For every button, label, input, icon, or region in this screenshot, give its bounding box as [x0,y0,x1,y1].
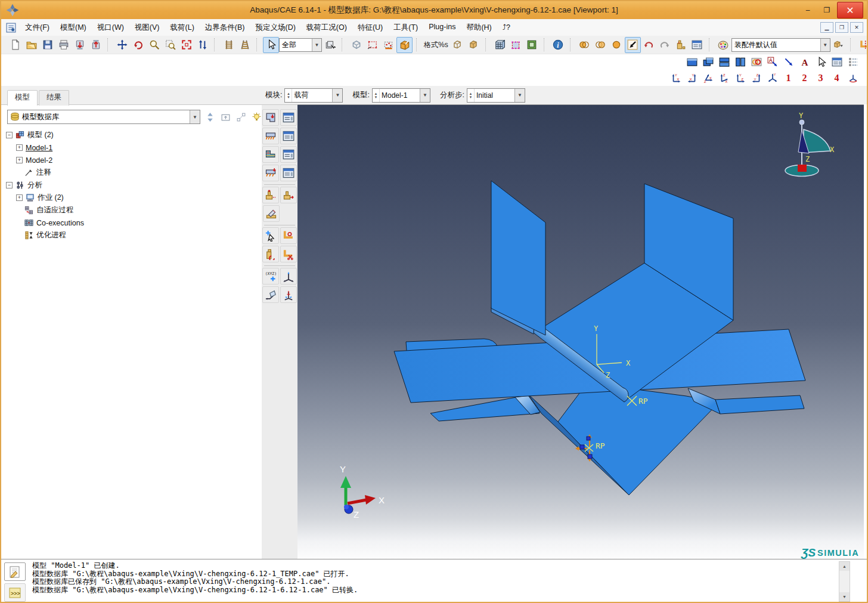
toolbar-combo[interactable]: 装配件默认值▼ [731,38,830,52]
sel-cursor-icon[interactable] [262,227,279,244]
chevron-down-icon[interactable]: ▼ [420,89,430,102]
spinner-icon[interactable]: ▲▼ [285,89,292,102]
spinner-icon[interactable]: ▲▼ [373,89,380,102]
spinner-icon[interactable]: ▲▼ [467,89,475,102]
mesh-seed-icon[interactable] [508,37,524,53]
message-scrollbar[interactable]: ▲ ▼ [839,561,850,602]
data-table-icon[interactable] [689,37,705,53]
part-tools-icon[interactable] [262,246,279,262]
menu-预定义场D[interactable]: 预定义场(D) [250,23,300,33]
view-2-button[interactable]: 2 [796,70,813,86]
zoom-updown-icon[interactable] [194,37,210,53]
cursor-plain-icon[interactable] [813,54,829,70]
circle-union-icon[interactable] [576,37,593,53]
amp-edit-icon[interactable] [280,187,297,203]
tree-spinner[interactable] [204,111,216,123]
view-iso-icon[interactable]: Y [764,70,780,86]
collapse-folder-icon[interactable] [219,111,231,123]
print-icon[interactable] [55,37,72,53]
view-rotate-icon[interactable] [845,70,861,86]
view-axis-1-icon[interactable]: YX [668,70,684,86]
link-tree-icon[interactable] [235,111,247,123]
chevron-down-icon[interactable]: ▼ [820,39,830,51]
view-axis-5-icon[interactable]: YZ [732,70,748,86]
info-icon[interactable]: i [550,37,566,53]
db-import-icon[interactable] [72,37,88,53]
create-job-icon[interactable] [673,37,689,53]
tree-item-作业(2)[interactable]: +作业 (2) [4,191,259,204]
sketch-edit-icon[interactable] [364,37,380,53]
view-cut-icon[interactable] [348,37,364,53]
menu-特征U[interactable]: 特征(U) [352,23,388,33]
chevron-down-icon[interactable]: ▼ [312,39,321,51]
scroll-down-icon[interactable]: ▼ [839,592,850,601]
manager-icon[interactable] [280,146,297,163]
axis-triad-icon[interactable] [280,268,297,285]
menu-载荷L[interactable]: 载荷(L) [165,23,200,33]
menu-载荷工况O[interactable]: 载荷工况(O) [301,23,352,33]
zoom-in-icon[interactable] [146,37,162,53]
mdi-close-button[interactable]: ✕ [850,22,863,33]
context-help-icon[interactable]: ⤴? [497,19,516,36]
vp-tile-v-icon[interactable] [732,54,748,70]
annot-manager-icon[interactable] [829,54,845,70]
viewport-canvas[interactable]: RP Y X Z RP Y X Z [297,104,864,559]
fit-view-icon[interactable] [178,37,194,53]
cube-dropdown-icon[interactable] [830,37,847,53]
view-compass[interactable]: Y X Z [785,112,835,177]
cube-wire-icon[interactable] [450,37,466,53]
axis-marks-icon[interactable] [280,286,297,303]
collapse-icon[interactable]: − [6,182,13,188]
view-axis-6-icon[interactable]: ZY [748,70,764,86]
tips-bulb-icon[interactable] [250,111,262,123]
expand-icon[interactable]: + [16,157,23,163]
open-file-icon[interactable] [23,37,39,53]
arrow-tool-icon[interactable] [625,37,641,53]
annot-list-icon[interactable] [845,54,861,70]
tree-item-优化进程[interactable]: 优化进程 [4,229,259,242]
view-3-button[interactable]: 3 [813,70,829,86]
punch-left-flange[interactable] [491,181,545,335]
vp-link-icon[interactable] [748,54,764,70]
annot-text-icon[interactable]: A [796,54,813,70]
scroll-up-icon[interactable]: ▲ [839,562,850,571]
menu-工具T[interactable]: 工具(T) [388,23,423,33]
tree-item-模型(2)[interactable]: −模型 (2) [4,129,259,141]
render-shaded-box-icon[interactable] [396,37,413,53]
cube-shaded-icon[interactable] [466,37,482,53]
undo-icon[interactable] [641,37,657,53]
amp-create-icon[interactable] [262,187,279,203]
amp-tools-icon[interactable] [263,205,280,222]
view-axis-3-icon[interactable]: ZX [700,70,716,86]
die-right-flange-face[interactable] [715,395,804,414]
vp-tile-h-icon[interactable] [716,54,732,70]
axis-plane-icon[interactable] [262,286,279,303]
save-file-icon[interactable] [39,37,55,53]
new-file-icon[interactable] [7,37,23,53]
collapse-icon[interactable]: − [6,132,13,138]
menu-视图V[interactable]: 视图(V) [129,23,165,33]
menu-边界条件B[interactable]: 边界条件(B) [200,23,250,33]
toolbar-combo[interactable]: 全部▼ [279,38,322,52]
select-group-icon[interactable] [322,37,338,53]
menu-视口W[interactable]: 视口(W) [92,23,129,33]
minimize-button[interactable]: – [799,4,817,17]
chevron-down-icon[interactable]: ▼ [514,89,525,102]
circle-solid-icon[interactable] [609,37,625,53]
datum-points-icon[interactable] [380,37,396,53]
probe-1-icon[interactable] [221,37,237,53]
tree-item-自适应过程[interactable]: 自适应过程 [4,204,259,217]
menu-帮助H[interactable]: 帮助(H) [461,23,497,33]
tree-item-分析[interactable]: −分析 [4,179,259,191]
manager-icon[interactable] [280,128,297,144]
tab-模型[interactable]: 模型 [7,90,38,106]
mesh-cube-icon[interactable] [492,37,508,53]
model-database-combo[interactable]: 模型数据库 ▼ [7,110,200,124]
view-1-button[interactable]: 1 [780,70,796,86]
tree-item-Model-1[interactable]: +Model-1 [4,141,259,154]
module-combo[interactable]: ▲▼ 载荷 ▼ [284,88,343,103]
redo-icon[interactable] [657,37,673,53]
select-cursor-icon[interactable] [263,37,279,53]
field-create-icon[interactable] [262,146,279,163]
palette-icon[interactable] [715,37,731,53]
